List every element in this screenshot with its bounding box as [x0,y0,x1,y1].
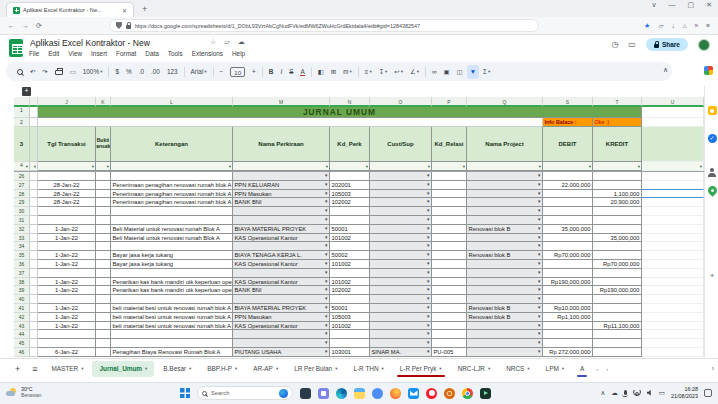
cell-tgl-transaksi[interactable]: 1-Jan-22 [38,313,96,322]
cell-kd-perk[interactable] [330,172,370,181]
cell-kredit[interactable] [593,278,642,287]
cell-keterangan[interactable]: Penerimaan penagihan renovasi rumah blok… [111,181,233,190]
cell-kd-relasi[interactable] [432,330,467,339]
row-number[interactable]: 33 [14,234,30,243]
merge-cells-icon[interactable]: ⊟▾ [340,65,355,79]
cell-cust-sup[interactable] [370,330,432,339]
cell[interactable] [642,127,704,162]
filter-icon[interactable]: ▼ [467,65,479,79]
cell-kd-relasi[interactable] [432,286,467,295]
clock[interactable]: 16:28 21/08/2023 [671,386,698,400]
cell-tgl-transaksi[interactable]: 1-Jan-22 [38,278,96,287]
tab-nav-left-icon[interactable]: ‹ [593,366,601,372]
cell-keterangan[interactable]: Beli Material untuk renovasi rumah Blok … [111,225,233,234]
onedrive-cloud-icon[interactable]: ☁ [611,389,618,397]
table-header-p[interactable]: Kd_Relasi [432,127,467,162]
browser-menu-icon[interactable]: ≡ [706,22,710,29]
tray-expand-icon[interactable]: ∧ [601,389,606,397]
cell-nama-perkiraan[interactable]: BIAYA MATERIAL PROYEK [233,225,330,234]
extensions-overflow-icon[interactable]: » [695,22,699,29]
cell-kd-perk[interactable]: 103001 [330,348,370,357]
sheets-logo-icon[interactable] [9,39,23,57]
cell[interactable] [642,286,704,295]
home-icon[interactable]: ⌂ [683,22,687,29]
row-number[interactable]: 27 [14,181,30,190]
cell[interactable] [642,162,704,171]
cell-cust-sup[interactable] [370,172,432,181]
cell[interactable] [38,118,543,127]
cell-kd-relasi[interactable] [432,251,467,260]
cell-nama-project[interactable] [467,198,543,207]
filter-cell[interactable] [432,162,467,171]
cell-nama-perkiraan[interactable]: BIAYA TENAGA KERJA L. [233,251,330,260]
cell-kd-relasi[interactable] [432,172,467,181]
back-icon[interactable]: ← [8,22,15,29]
cell[interactable] [642,118,704,127]
increase-decimals-icon[interactable]: .00 [148,65,163,79]
cell-keterangan[interactable]: Beli Material untuk renovasi rumah Blok … [111,234,233,243]
cell-keterangan[interactable] [111,242,233,251]
cell-kd-relasi[interactable] [432,295,467,304]
cell[interactable] [642,269,704,278]
maps-icon[interactable] [706,184,718,197]
menu-item-file[interactable]: File [29,50,39,57]
cell-kd-perk[interactable] [330,216,370,225]
cell[interactable] [30,278,38,287]
tab-list-icon[interactable]: ∨ [651,1,656,9]
cell-kd-relasi[interactable] [432,216,467,225]
column-header-O[interactable]: O [370,97,432,107]
cell[interactable] [30,286,38,295]
cell-debit[interactable] [543,172,593,181]
cell-keterangan[interactable] [111,207,233,216]
decrease-decimals-icon[interactable]: .0 [136,65,147,79]
grid-corner[interactable] [14,97,30,107]
cell-tgl-transaksi[interactable] [38,339,96,348]
chrome-icon[interactable] [462,388,473,399]
volume-icon[interactable] [647,390,653,396]
cell-bukti[interactable] [96,278,111,287]
text-color-icon[interactable]: A [297,65,307,79]
document-title[interactable]: Aplikasi Excel Kontraktor - New [30,38,150,48]
cell-tgl-transaksi[interactable]: 1-Jan-22 [38,260,96,269]
tab-nav-right-icon[interactable]: › [603,366,611,372]
cell-nama-perkiraan[interactable]: PPN Masukan [233,190,330,199]
fill-color-icon[interactable]: ◧ [315,65,327,79]
cell-nama-project[interactable] [467,330,543,339]
cell-debit[interactable] [543,330,593,339]
sheet-tab-a[interactable]: A [573,361,591,377]
cell-kredit[interactable] [593,251,642,260]
cell-kd-relasi[interactable] [432,278,467,287]
link-icon[interactable]: ∞ [429,65,440,79]
cell[interactable] [642,190,704,199]
star-document-icon[interactable]: ☆ [210,38,216,46]
cell-nama-perkiraan[interactable]: KAS Operasional Kantor [233,278,330,287]
keep-icon[interactable] [708,106,717,115]
contacts-icon[interactable] [708,168,717,177]
cell-debit[interactable] [543,234,593,243]
zoom-select[interactable]: 100%▾ [80,65,106,79]
bold-icon[interactable]: B [266,65,277,79]
row-number[interactable]: 40 [14,295,30,304]
cell-cust-sup[interactable] [370,242,432,251]
cell-kredit[interactable]: Rp190,000,000 [593,286,642,295]
cell-bukti[interactable] [96,242,111,251]
row-number[interactable]: 29 [14,198,30,207]
cell-nama-project[interactable] [467,242,543,251]
cell-nama-project[interactable] [467,260,543,269]
browser-tab[interactable]: Aplikasi Excel Kontraktor - Ne... ✕ [6,2,134,17]
all-sheets-icon[interactable]: ≡ [27,364,42,374]
cell-kd-relasi[interactable] [432,225,467,234]
cell[interactable] [30,339,38,348]
cell-kd-relasi[interactable] [432,198,467,207]
cell-kredit[interactable] [593,269,642,278]
cell-bukti[interactable] [96,269,111,278]
cell-nama-project[interactable] [467,172,543,181]
cell-kd-perk[interactable] [330,207,370,216]
functions-icon[interactable]: Σ▾ [480,65,493,79]
cell[interactable] [30,162,38,171]
cell-debit[interactable] [543,216,593,225]
filter-cell[interactable] [233,162,330,171]
cell-nama-project[interactable] [467,339,543,348]
journal-title-cell[interactable]: JURNAL UMUM [38,107,642,118]
cell-kd-perk[interactable]: 202001 [330,181,370,190]
